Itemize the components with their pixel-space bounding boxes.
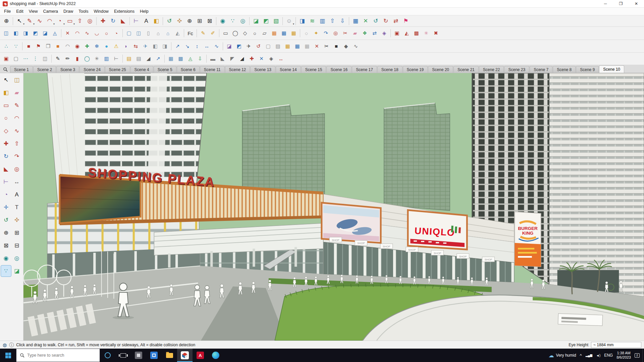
- wave-tool-icon[interactable]: ∿: [212, 42, 221, 51]
- line-tool-icon[interactable]: ✎: [12, 100, 22, 111]
- rectangle-tool-icon[interactable]: ▭: [1, 100, 11, 111]
- empty-box-icon[interactable]: ▢: [264, 42, 273, 51]
- credits-info-icon[interactable]: ⓘ: [9, 343, 14, 347]
- menu-edit[interactable]: Edit: [13, 8, 26, 14]
- intersect-tool-icon[interactable]: ✕: [361, 16, 370, 26]
- scene-tab-15[interactable]: Scene 15: [301, 66, 326, 73]
- move-tool-icon[interactable]: ✚: [98, 16, 108, 26]
- scene-tab-25[interactable]: Scene 25: [105, 66, 130, 73]
- offset-tool-icon[interactable]: ◎: [12, 164, 22, 175]
- clock[interactable]: 1:38 AM 8/6/2023: [616, 351, 631, 360]
- swap-faces-icon[interactable]: ⇆: [131, 42, 140, 51]
- window-frame-icon[interactable]: ▢: [124, 29, 133, 38]
- search-input[interactable]: [27, 353, 89, 358]
- gear-burst-icon[interactable]: ✳: [92, 54, 101, 63]
- component-frame-icon[interactable]: ▢: [11, 54, 20, 63]
- follow-me-tool-icon[interactable]: ↷: [12, 151, 22, 162]
- circle-tool-icon[interactable]: ○: [1, 113, 11, 124]
- grid-orange-icon[interactable]: ▦: [270, 29, 279, 38]
- geolocation-icon[interactable]: ◍: [3, 343, 7, 347]
- look-around-icon[interactable]: ◎: [12, 253, 22, 264]
- position-camera-tool-icon[interactable]: ◉: [218, 16, 227, 26]
- zoom-tool-icon[interactable]: ⊕: [2, 16, 11, 26]
- solid-red-box-icon[interactable]: ■: [24, 42, 33, 51]
- scene-tab-12[interactable]: Scene 12: [225, 66, 250, 73]
- shape-combine-icon[interactable]: ◫: [41, 54, 50, 63]
- dropdown-arrow-icon[interactable]: ▾: [73, 22, 75, 25]
- block-a-icon[interactable]: ◧: [151, 42, 160, 51]
- vertex-tools-icon[interactable]: ∴: [2, 42, 11, 51]
- tray-expand-icon[interactable]: ^: [580, 353, 582, 358]
- export-plane-icon[interactable]: ✈: [141, 42, 150, 51]
- scene-tab-23[interactable]: Scene 23: [504, 66, 529, 73]
- points-horizontal-icon[interactable]: ⋯: [21, 54, 30, 63]
- grid-steel-icon[interactable]: ▦: [293, 42, 302, 51]
- draw-parallelogram-icon[interactable]: ▱: [260, 29, 269, 38]
- cleanup-icon[interactable]: ❄: [92, 42, 101, 51]
- solid-trim-icon[interactable]: ◩: [31, 29, 40, 38]
- slope-left-icon[interactable]: ◣: [218, 54, 227, 63]
- scene-tab-8[interactable]: Scene 8: [553, 66, 576, 73]
- rectangle-tool-icon[interactable]: ▭▾: [65, 16, 74, 26]
- undo-icon[interactable]: ↺: [371, 16, 380, 26]
- arrow-ne-icon[interactable]: ↗: [173, 42, 182, 51]
- section-plane-tool-icon[interactable]: ◪: [251, 16, 261, 26]
- taskbar-search[interactable]: [16, 349, 100, 362]
- walk-tool-icon[interactable]: ∵: [1, 265, 11, 277]
- shadows-toggle-icon[interactable]: ◨: [298, 16, 307, 26]
- menu-help[interactable]: Help: [137, 8, 151, 14]
- chart-panel-icon[interactable]: ▥: [102, 54, 111, 63]
- move-tool-icon[interactable]: ✚: [1, 138, 11, 149]
- stamp-copy-icon[interactable]: ▣: [392, 29, 401, 38]
- small-arc-icon[interactable]: ◠: [63, 42, 72, 51]
- redo-icon[interactable]: ↻: [381, 16, 390, 26]
- solid-split-icon[interactable]: ◬: [50, 29, 59, 38]
- arc-segment-icon[interactable]: ◠: [73, 29, 82, 38]
- mirror-tool-icon[interactable]: ◭: [402, 29, 411, 38]
- grid-yellow-icon[interactable]: ▦: [289, 29, 298, 38]
- glass-tower-a[interactable]: [243, 105, 325, 199]
- zoom-window-icon[interactable]: ⊞: [12, 227, 22, 238]
- speaker-icon[interactable]: ◄): [596, 354, 600, 357]
- tube-circle-icon[interactable]: ◯: [83, 54, 92, 63]
- ramp-wedge-icon[interactable]: ◢: [144, 54, 153, 63]
- menu-camera[interactable]: Camera: [41, 8, 61, 14]
- big-delete-icon[interactable]: ✖: [431, 29, 440, 38]
- crate-box-icon[interactable]: ■: [53, 42, 62, 51]
- dropdown-arrow-icon[interactable]: ▾: [53, 22, 55, 25]
- scene-tab-22[interactable]: Scene 22: [479, 66, 504, 73]
- scissors-cut-icon[interactable]: ✂: [322, 42, 331, 51]
- menu-view[interactable]: View: [26, 8, 41, 14]
- dropdown-arrow-icon[interactable]: ▾: [293, 22, 294, 25]
- arc-tool-icon[interactable]: ◠▾: [45, 16, 54, 26]
- push-pull-tool-icon[interactable]: ⇧: [75, 16, 85, 26]
- terrain-grid-icon[interactable]: ▩: [176, 54, 185, 63]
- make-component-icon[interactable]: ◫: [12, 74, 22, 85]
- burger-king-banner[interactable]: BURGER KING: [515, 212, 541, 267]
- uniqlo-billboard[interactable]: UNIQLO: [408, 210, 467, 249]
- select-tool-icon[interactable]: ↖▾: [15, 16, 24, 26]
- delete-edges-icon[interactable]: ✕: [63, 29, 72, 38]
- arc-tool-icon[interactable]: ◠: [12, 113, 22, 124]
- freehand-tool-icon[interactable]: ∿: [35, 16, 44, 26]
- window-panel-icon[interactable]: ◫: [134, 29, 143, 38]
- warning-fix-icon[interactable]: ⚠: [112, 42, 121, 51]
- orbit-tool-icon[interactable]: ↺: [1, 215, 11, 226]
- section-display-toggle-icon[interactable]: ▧: [271, 16, 281, 26]
- flight-path-icon[interactable]: ✈: [244, 42, 253, 51]
- dropdown-arrow-icon[interactable]: ▾: [33, 22, 35, 25]
- menu-file[interactable]: File: [1, 8, 13, 14]
- soften-edges-icon[interactable]: ▰: [351, 29, 360, 38]
- solid-subtract-icon[interactable]: ◨: [21, 29, 30, 38]
- eraser-tool-icon[interactable]: ▰: [12, 87, 22, 98]
- paint-bucket-icon[interactable]: ◧: [1, 87, 11, 98]
- wedge-tool-icon[interactable]: ◗: [121, 42, 130, 51]
- draw-polygon-icon[interactable]: ◇: [240, 29, 250, 38]
- draw-circle-icon[interactable]: ○: [250, 29, 259, 38]
- zoom-tool-icon[interactable]: ⊕: [1, 227, 11, 238]
- glass-tower-b[interactable]: [384, 103, 450, 210]
- network-icon[interactable]: ▂▄▆: [586, 354, 592, 357]
- zoom-window-tool-icon[interactable]: ⊞: [195, 16, 204, 26]
- orbit-tool-icon[interactable]: ↺: [165, 16, 174, 26]
- dropdown-arrow-icon[interactable]: ▾: [23, 22, 24, 25]
